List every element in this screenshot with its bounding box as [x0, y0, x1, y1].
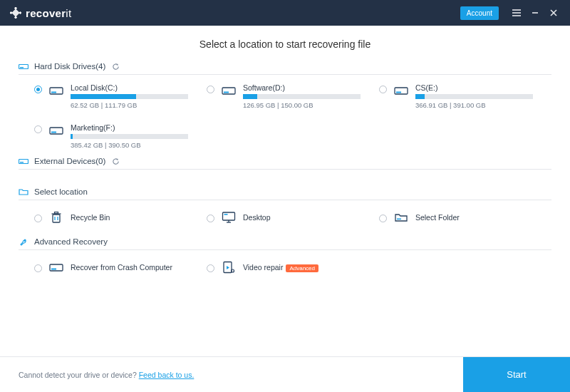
location-grid: Recycle Bin Desktop Select Folder: [19, 207, 551, 227]
advanced-item[interactable]: Video repairAdvanced: [207, 257, 379, 277]
svg-rect-33: [50, 264, 63, 271]
brand: recoverit: [10, 7, 71, 19]
drive-stats: 366.91 GB | 391.00 GB: [415, 101, 533, 109]
drive-info: Local Disk(C:) 62.52 GB | 111.79 GB: [71, 83, 201, 109]
drive-stats: 62.52 GB | 111.79 GB: [71, 101, 188, 109]
drive-icon: [394, 84, 408, 97]
svg-rect-18: [396, 92, 401, 93]
minimize-icon[interactable]: [527, 5, 543, 21]
advanced-item[interactable]: Recover from Crash Computer: [34, 257, 207, 277]
drive-name: Local Disk(C:): [71, 83, 188, 92]
usage-bar: [243, 94, 361, 99]
feedback-link[interactable]: Feed back to us.: [139, 371, 195, 379]
drive-icon: [49, 124, 63, 137]
svg-rect-16: [224, 92, 229, 93]
menu-icon[interactable]: [509, 5, 524, 21]
wrench-icon: [19, 237, 28, 247]
divider: [19, 249, 551, 250]
radio[interactable]: [207, 264, 214, 272]
svg-rect-22: [20, 162, 24, 163]
svg-rect-17: [395, 88, 408, 94]
radio[interactable]: [379, 215, 387, 222]
location-name: Desktop: [243, 213, 271, 222]
location-item[interactable]: Desktop: [207, 207, 379, 227]
radio[interactable]: [34, 215, 42, 222]
section-loc-header: Select location: [19, 187, 551, 197]
location-name: Select Folder: [415, 213, 460, 222]
footer: Cannot detect your drive or device? Feed…: [0, 356, 570, 392]
advanced-grid: Recover from Crash Computer Video repair…: [19, 257, 551, 277]
titlebar: recoverit Account: [0, 0, 570, 26]
drive-name: CS(E:): [415, 83, 533, 92]
refresh-icon[interactable]: [111, 62, 120, 71]
drive-stats: 126.95 GB | 150.00 GB: [243, 101, 361, 109]
drive-info: Marketing(F:) 385.42 GB | 390.50 GB: [71, 123, 201, 149]
svg-rect-28: [222, 212, 234, 220]
footer-text: Cannot detect your drive or device? Feed…: [19, 371, 194, 379]
drive-item[interactable]: Marketing(F:) 385.42 GB | 390.50 GB: [34, 122, 207, 156]
section-adv-header: Advanced Recovery: [19, 237, 551, 247]
location-item[interactable]: Select Folder: [379, 207, 551, 227]
monitor-icon: [222, 211, 236, 224]
radio[interactable]: [379, 86, 387, 93]
svg-rect-34: [51, 269, 56, 270]
drive-name: Software(D:): [243, 83, 361, 92]
svg-rect-15: [222, 88, 235, 94]
radio[interactable]: [34, 264, 42, 272]
drive-name: Marketing(F:): [71, 123, 188, 132]
drive-icon: [49, 261, 63, 274]
account-button[interactable]: Account: [460, 6, 499, 20]
drive-item[interactable]: Local Disk(C:) 62.52 GB | 111.79 GB: [34, 82, 207, 116]
usage-bar: [71, 94, 188, 99]
svg-rect-12: [20, 67, 24, 68]
drive-item[interactable]: CS(E:) 366.91 GB | 391.00 GB: [379, 82, 551, 116]
drive-icon: [222, 84, 236, 97]
svg-rect-14: [51, 92, 56, 93]
drive-info: Software(D:) 126.95 GB | 150.00 GB: [243, 83, 373, 109]
advanced-name: Recover from Crash Computer: [71, 263, 172, 272]
folder-icon: [19, 187, 28, 197]
section-ext-label: External Devices(0): [34, 157, 105, 165]
radio[interactable]: [34, 86, 42, 93]
drive-stats: 385.42 GB | 390.50 GB: [71, 141, 188, 149]
main-body: Select a location to start recovering fi…: [0, 26, 570, 356]
svg-rect-21: [19, 160, 28, 164]
refresh-icon[interactable]: [111, 157, 120, 165]
svg-rect-32: [397, 219, 401, 220]
drive-icon: [49, 84, 63, 97]
svg-rect-13: [50, 88, 63, 94]
svg-rect-20: [51, 132, 56, 133]
radio[interactable]: [34, 125, 42, 133]
advanced-name: Video repairAdvanced: [243, 263, 318, 272]
hdd-grid: Local Disk(C:) 62.52 GB | 111.79 GB Soft…: [19, 82, 551, 156]
section-loc-label: Select location: [34, 187, 88, 196]
app-window: recoverit Account Select a location to s…: [0, 0, 570, 392]
drive-item[interactable]: Software(D:) 126.95 GB | 150.00 GB: [207, 82, 379, 116]
divider: [19, 200, 551, 200]
page-title: Select a location to start recovering fi…: [19, 38, 551, 50]
radio[interactable]: [207, 86, 214, 93]
section-adv-label: Advanced Recovery: [34, 237, 108, 246]
brand-icon: [10, 7, 21, 19]
usage-bar: [415, 94, 533, 99]
location-item[interactable]: Recycle Bin: [34, 207, 207, 227]
svg-rect-29: [224, 214, 227, 215]
drive-info: CS(E:) 366.91 GB | 391.00 GB: [415, 83, 546, 109]
video-icon: [222, 261, 236, 274]
svg-rect-23: [53, 215, 60, 222]
divider: [19, 74, 551, 75]
brand-text: recoverit: [26, 7, 71, 19]
location-name: Recycle Bin: [71, 213, 110, 222]
usage-bar: [71, 134, 188, 139]
section-hdd-label: Hard Disk Drives(4): [34, 62, 105, 71]
divider: [19, 169, 551, 170]
radio[interactable]: [207, 215, 214, 222]
start-button[interactable]: Start: [463, 357, 570, 393]
svg-rect-11: [19, 65, 28, 69]
close-icon[interactable]: [546, 5, 561, 21]
drive-icon: [19, 156, 28, 166]
svg-rect-4: [11, 9, 19, 16]
folder-icon: [394, 211, 408, 224]
section-hdd-header: Hard Disk Drives(4): [19, 61, 551, 71]
svg-rect-25: [55, 212, 58, 214]
